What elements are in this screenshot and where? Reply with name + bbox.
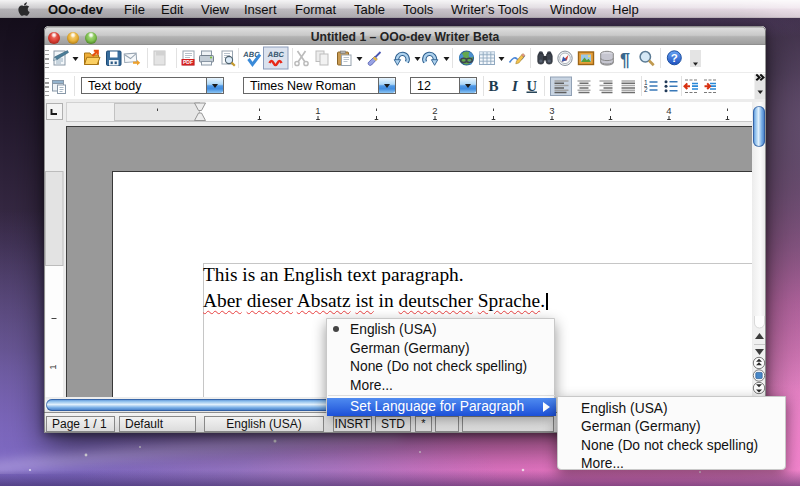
svg-text:I: I [511,78,519,94]
svg-text:1: 1 [644,79,648,86]
svg-text:2: 2 [644,86,648,93]
svg-text:U: U [527,78,538,94]
svg-text:4: 4 [666,105,671,116]
svg-text:?: ? [671,52,678,64]
svg-text:¶: ¶ [620,50,630,70]
svg-text:ABC: ABC [267,51,285,60]
svg-text:1: 1 [47,364,58,369]
svg-text:2: 2 [432,105,437,116]
svg-text:PDF: PDF [183,59,193,65]
svg-text:B: B [489,78,499,94]
svg-text:3: 3 [549,105,554,116]
svg-text:1: 1 [315,105,320,116]
